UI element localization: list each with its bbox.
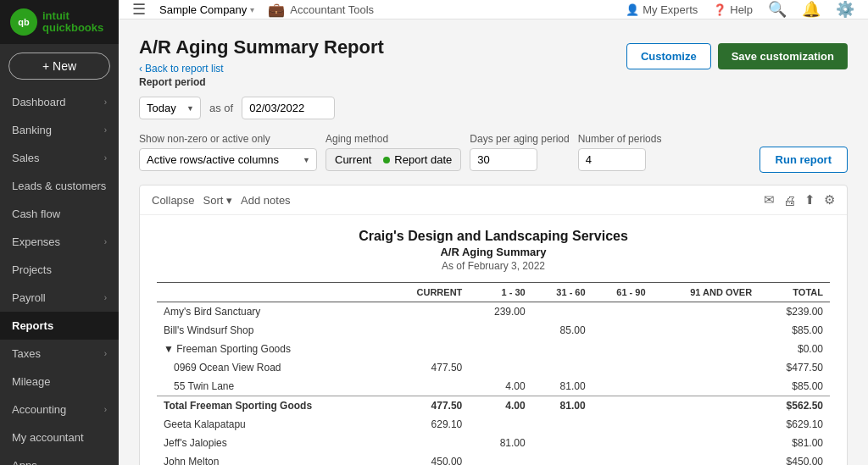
add-notes-button[interactable]: Add notes (241, 194, 291, 207)
row-value (653, 302, 760, 322)
chevron-right-icon: › (104, 125, 107, 135)
row-name: 55 Twin Lane (157, 377, 386, 396)
row-value (653, 434, 760, 452)
aging-report-date-option[interactable]: Report date (383, 153, 452, 166)
row-value: $0.00 (759, 340, 830, 358)
sidebar-nav: Dashboard › Banking › Sales › Leads & cu… (0, 88, 119, 465)
periods-label: Number of periods (578, 133, 662, 145)
sidebar-item-taxes[interactable]: Taxes › (0, 340, 119, 368)
gear-icon[interactable]: ⚙️ (836, 0, 854, 19)
periods-control: Number of periods (578, 133, 662, 171)
col-header-total: TOTAL (759, 283, 830, 302)
export-icon[interactable]: ⬆ (804, 192, 815, 208)
row-name: Jeff's Jalopies (157, 434, 386, 452)
sidebar-item-projects[interactable]: Projects (0, 256, 119, 284)
days-input[interactable] (470, 148, 537, 171)
sidebar-item-expenses[interactable]: Expenses › (0, 228, 119, 256)
table-row: Total Freeman Sporting Goods477.504.0081… (157, 396, 830, 416)
company-selector[interactable]: Sample Company ▾ (159, 3, 254, 16)
period-select[interactable]: Today (139, 97, 201, 119)
row-value (532, 452, 593, 465)
row-value (593, 434, 653, 452)
email-icon[interactable]: ✉ (764, 192, 775, 208)
topbar: ☰ Sample Company ▾ 💼 Accountant Tools 👤 … (119, 0, 868, 19)
table-row: Bill's Windsurf Shop85.00$85.00 (157, 321, 830, 340)
col-header-current: CURRENT (386, 283, 470, 302)
row-value (386, 321, 470, 340)
topbar-right: 👤 My Experts ❓ Help 🔍 🔔 ⚙️ (626, 0, 854, 19)
bell-icon[interactable]: 🔔 (802, 0, 821, 19)
row-value: 85.00 (532, 321, 593, 340)
search-icon[interactable]: 🔍 (768, 0, 787, 19)
sidebar-item-reports[interactable]: Reports (0, 312, 119, 340)
sidebar-item-mileage[interactable]: Mileage (0, 368, 119, 396)
row-value (653, 452, 760, 465)
sidebar-item-banking[interactable]: Banking › (0, 116, 119, 144)
print-icon[interactable]: 🖨 (783, 193, 796, 208)
date-input[interactable] (242, 97, 335, 119)
row-value (532, 340, 593, 358)
qb-logo-text: intuit quickbooks (42, 10, 103, 35)
chevron-right-icon: › (104, 349, 107, 358)
sidebar-item-my-accountant[interactable]: My accountant (0, 423, 119, 451)
report-period-label: Report period (139, 76, 384, 88)
qb-logo[interactable]: qb intuit quickbooks (10, 8, 103, 36)
aging-method-box: Current Report date (326, 148, 461, 171)
report-toolbar: Collapse Sort ▾ Add notes ✉ 🖨 ⬆ ⚙ (140, 185, 847, 215)
row-value (469, 358, 531, 377)
period-select-wrapper: Today (139, 97, 201, 119)
sidebar-item-cashflow[interactable]: Cash flow (0, 200, 119, 228)
row-value: 450.00 (386, 452, 470, 465)
chevron-right-icon: › (104, 293, 107, 302)
qb-logo-icon: qb (10, 8, 37, 36)
row-value (386, 340, 470, 358)
customize-button[interactable]: Customize (626, 43, 711, 69)
table-row: Amy's Bird Sanctuary239.00$239.00 (157, 302, 830, 322)
row-value: $85.00 (759, 321, 830, 340)
help-button[interactable]: ❓ Help (713, 3, 753, 16)
row-value (653, 358, 760, 377)
row-name: Total Freeman Sporting Goods (157, 396, 386, 416)
row-value (653, 396, 760, 416)
row-value (593, 340, 653, 358)
my-experts-button[interactable]: 👤 My Experts (626, 3, 698, 16)
row-value: $85.00 (759, 377, 830, 396)
row-value (653, 415, 760, 434)
report-container: Collapse Sort ▾ Add notes ✉ 🖨 ⬆ ⚙ Craig'… (139, 185, 848, 465)
period-controls: Today as of (139, 97, 848, 119)
settings-icon[interactable]: ⚙ (824, 192, 835, 208)
sidebar-item-payroll[interactable]: Payroll › (0, 284, 119, 312)
main-content: ☰ Sample Company ▾ 💼 Accountant Tools 👤 … (119, 0, 868, 465)
row-value: $629.10 (759, 415, 830, 434)
row-value: 239.00 (469, 302, 531, 322)
content-area: A/R Aging Summary Report ‹ Back to repor… (119, 19, 868, 465)
save-customization-button[interactable]: Save customization (718, 43, 848, 69)
back-to-report-link[interactable]: ‹ Back to report list (139, 63, 224, 75)
sidebar-item-sales[interactable]: Sales › (0, 144, 119, 172)
row-value (653, 340, 760, 358)
sidebar-item-dashboard[interactable]: Dashboard › (0, 88, 119, 116)
table-row: 0969 Ocean View Road477.50$477.50 (157, 358, 830, 377)
row-value (532, 434, 593, 452)
collapse-button[interactable]: Collapse (152, 194, 195, 207)
sort-button[interactable]: Sort ▾ (203, 194, 232, 207)
sidebar: qb intuit quickbooks + New Dashboard › B… (0, 0, 119, 465)
chevron-right-icon: › (104, 405, 107, 414)
aging-current-option[interactable]: Current (335, 153, 371, 166)
row-value (386, 302, 470, 322)
show-control: Show non-zero or active only Active rows… (139, 133, 317, 171)
row-value (532, 358, 593, 377)
sidebar-item-apps[interactable]: Apps (0, 451, 119, 465)
row-value (593, 321, 653, 340)
sidebar-item-accounting[interactable]: Accounting › (0, 396, 119, 423)
col-header-61-90: 61 - 90 (593, 283, 653, 302)
hamburger-icon[interactable]: ☰ (132, 0, 146, 19)
periods-input[interactable] (578, 148, 646, 171)
accountant-tools[interactable]: 💼 Accountant Tools (268, 2, 374, 18)
sidebar-item-leads-customers[interactable]: Leads & customers (0, 172, 119, 200)
row-value: 81.00 (469, 434, 531, 452)
new-button[interactable]: + New (8, 53, 110, 80)
col-header-91-over: 91 AND OVER (653, 283, 760, 302)
show-select[interactable]: Active rows/active columns (139, 148, 317, 171)
run-report-button[interactable]: Run report (760, 147, 848, 173)
